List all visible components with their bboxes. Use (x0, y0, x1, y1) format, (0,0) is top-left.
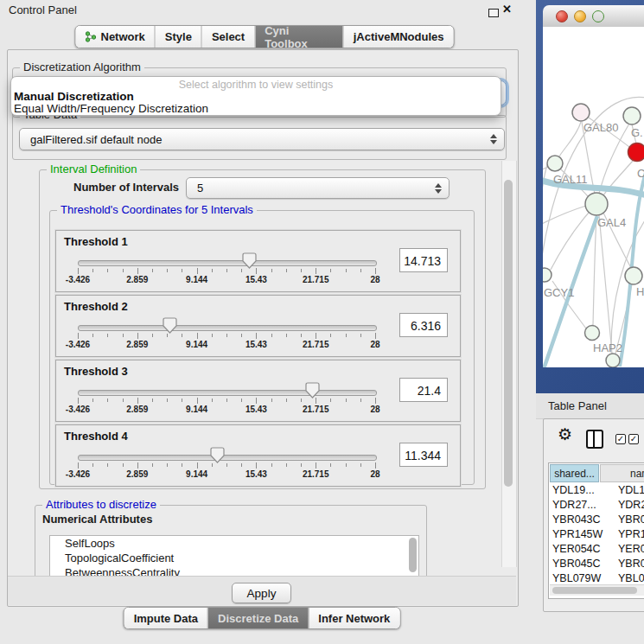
minor-tick (271, 463, 272, 467)
threshold-slider-thumb[interactable] (210, 447, 225, 463)
table-panel-header: Table Panel (536, 393, 644, 419)
node-bottom[interactable] (606, 354, 620, 367)
checkbox-icon[interactable]: ✓ (615, 434, 626, 444)
network-canvas[interactable]: GAL80 G. GAL11 GAL4 GCY1 H HAP2 C (543, 27, 644, 367)
minor-tick (182, 463, 182, 467)
minor-tick (286, 463, 287, 467)
tick-label: -3.426 (56, 275, 99, 284)
major-tick (197, 268, 198, 274)
minor-tick (330, 463, 331, 467)
minor-tick (346, 269, 347, 272)
table-row[interactable]: YBR045CYBR0 (549, 557, 644, 571)
threshold-value-field[interactable]: 14.713 (399, 248, 448, 272)
major-tick (78, 268, 79, 274)
table-row[interactable]: YER054CYER0 (549, 542, 644, 557)
node-gal11[interactable] (547, 156, 563, 171)
close-traffic-light[interactable] (556, 10, 568, 22)
threshold-slider-thumb[interactable] (305, 382, 320, 399)
control-panel-tabs: NetworkStyleSelectCyni ToolboxjActiveMNo… (75, 25, 455, 48)
tab-cyni-toolbox[interactable]: Cyni Toolbox (254, 26, 343, 48)
threshold-slider-track[interactable] (78, 325, 377, 331)
minor-tick (286, 399, 287, 402)
minor-tick (360, 269, 361, 272)
algorithm-popup: Select algorithm to view settings Manual… (10, 76, 501, 116)
threshold-label: Threshold 4 (64, 430, 128, 443)
list-scrollbar[interactable] (409, 538, 417, 572)
node-gal80[interactable] (572, 104, 590, 121)
attribute-item-topologicalcoefficient[interactable]: TopologicalCoefficient (50, 551, 418, 565)
node-top-right[interactable] (623, 107, 641, 124)
control-panel-title: Control Panel (9, 3, 77, 16)
node-red-selected[interactable] (628, 143, 644, 162)
node-h[interactable] (625, 267, 642, 284)
network-window-titlebar[interactable] (543, 5, 644, 28)
attribute-item-selfloops[interactable]: SelfLoops (50, 536, 418, 551)
threshold-slider-track[interactable] (78, 455, 377, 461)
threshold-slider-track[interactable] (78, 260, 377, 266)
panel-scrollbar-thumb[interactable] (504, 180, 513, 487)
screen: Control Panel ✕ NetworkStyleSelectCyni T… (0, 0, 644, 644)
major-tick (137, 462, 138, 469)
table-row[interactable]: YDL19...YDL1 (549, 483, 644, 498)
thresholds-group: Threshold's Coordinates for 5 Intervals … (49, 210, 475, 485)
algorithm-option-equal-width[interactable]: Equal Width/Frequency Discretization (14, 102, 208, 115)
cell-name: YBR0 (618, 513, 644, 527)
threshold-slider-track[interactable] (78, 390, 377, 396)
minor-tick (286, 334, 287, 337)
tab-network[interactable]: Network (76, 26, 155, 48)
threshold-value-field[interactable]: 11.344 (399, 443, 448, 467)
node-gal4[interactable] (585, 193, 608, 215)
minor-tick (92, 334, 93, 337)
gear-icon[interactable]: ⚙ (558, 424, 572, 444)
threshold-value-field[interactable]: 21.4 (399, 378, 448, 402)
table-row[interactable]: YDR27...YDR2 (549, 498, 644, 513)
major-tick (256, 398, 257, 404)
minimize-traffic-light[interactable] (574, 10, 586, 22)
zoom-traffic-light[interactable] (592, 10, 604, 22)
column-header-name[interactable]: name (600, 464, 644, 482)
node-gcy1[interactable] (543, 268, 552, 282)
node-table[interactable]: shared... name YDL19...YDL1YDR27...YDR2Y… (548, 462, 644, 599)
node-label: GCY1 (544, 286, 574, 299)
minor-tick (107, 269, 108, 272)
table-row[interactable]: YPR145WYPR1 (549, 527, 644, 542)
minor-tick (241, 399, 242, 402)
close-icon[interactable]: ✕ (502, 3, 512, 16)
bottom-tab-label: Infer Network (318, 612, 390, 625)
minor-tick (301, 399, 302, 402)
threshold-slider-thumb[interactable] (163, 317, 177, 334)
tab-jactivemnodules[interactable]: jActiveMNodules (343, 26, 454, 48)
major-tick (316, 268, 316, 274)
float-window-icon[interactable] (488, 9, 499, 17)
table-row[interactable]: YBR043CYBR0 (549, 513, 644, 527)
bottom-tab-discretize-data[interactable]: Discretize Data (207, 608, 308, 628)
num-intervals-combo[interactable]: 5 (186, 177, 450, 199)
table-hscrollbar-thumb[interactable] (552, 587, 637, 594)
apply-button[interactable]: Apply (232, 583, 291, 603)
columns-icon[interactable] (586, 430, 603, 449)
checkbox-icon[interactable]: ✓ (628, 434, 639, 444)
bottom-tab-infer-network[interactable]: Infer Network (308, 608, 399, 628)
threshold-slider-thumb[interactable] (242, 252, 257, 269)
algorithm-option-manual[interactable]: Manual Discretization (14, 90, 134, 103)
cell-shared-name: YBR045C (552, 557, 601, 571)
table-hscrollbar[interactable] (550, 584, 644, 596)
minor-tick (360, 334, 361, 337)
tab-style[interactable]: Style (155, 26, 201, 48)
tab-select[interactable]: Select (201, 26, 254, 48)
tab-label: Style (165, 30, 192, 43)
tick-label: 28 (354, 275, 397, 284)
minor-tick (271, 269, 272, 272)
table-row[interactable]: YBL079WYBL0 (549, 571, 644, 583)
threshold-value-field[interactable]: 6.316 (399, 313, 448, 337)
node-hap2[interactable] (585, 326, 600, 341)
bottom-tab-impute-data[interactable]: Impute Data (124, 608, 207, 628)
column-header-shared-name[interactable]: shared... (550, 464, 599, 482)
table-data-combo[interactable]: galFiltered.sif default node (19, 128, 505, 150)
cell-shared-name: YDR27... (552, 498, 596, 513)
cell-name: YER0 (618, 542, 644, 557)
minor-tick (167, 334, 168, 337)
num-intervals-value: 5 (197, 182, 203, 194)
minor-tick (301, 269, 302, 272)
tick-label: 15.43 (234, 469, 277, 479)
